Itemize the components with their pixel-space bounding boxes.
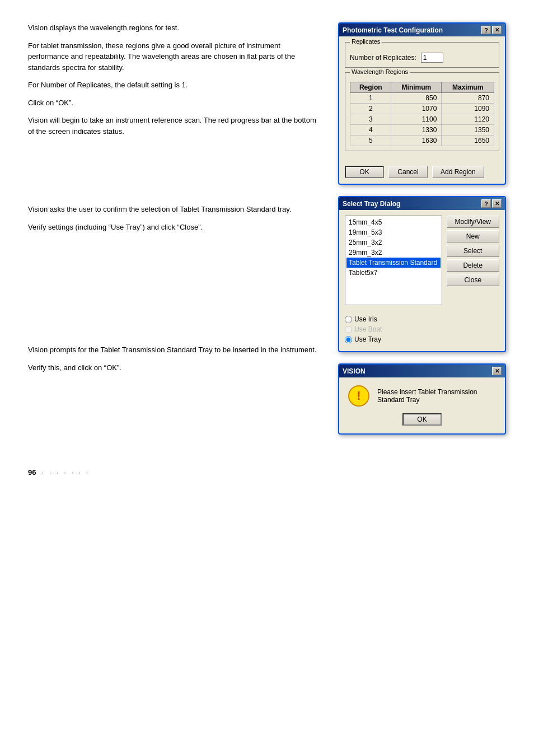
table-row: 1850870 bbox=[350, 93, 494, 104]
num-replicates-input[interactable] bbox=[421, 53, 443, 63]
wavelength-regions-label: Wavelength Regions bbox=[350, 68, 410, 75]
photometric-add-region-button[interactable]: Add Region bbox=[432, 166, 484, 178]
tray-dialog: Select Tray Dialog ? ✕ 15mm_4x5 19mm_5x3… bbox=[338, 196, 506, 352]
paragraph-1: Vision displays the wavelength regions f… bbox=[28, 22, 321, 34]
table-row: 516301650 bbox=[350, 136, 494, 146]
radio-boat-label: Use Boat bbox=[354, 325, 382, 333]
col-maximum: Maximum bbox=[442, 82, 494, 93]
tray-close-button[interactable]: ✕ bbox=[492, 199, 502, 208]
vision-dialog: VISION ✕ ! Please insert Tablet Transmis… bbox=[338, 363, 506, 435]
num-replicates-label: Number of Replicates: bbox=[350, 54, 416, 62]
modify-view-button[interactable]: Modify/View bbox=[447, 216, 499, 228]
paragraph-9: Verify this, and click on “OK”. bbox=[28, 362, 321, 374]
vision-message-row: ! Please insert Tablet Transmission Stan… bbox=[348, 385, 496, 407]
select-button[interactable]: Select bbox=[447, 245, 499, 257]
paragraph-5: Vision will begin to take an instrument … bbox=[28, 115, 321, 137]
delete-button[interactable]: Delete bbox=[447, 259, 499, 272]
paragraph-4: Click on “OK”. bbox=[28, 97, 321, 109]
page-dots: · · · · · · · bbox=[41, 468, 90, 477]
tray-action-buttons: Modify/View New Select Delete Close bbox=[447, 216, 499, 305]
col-region: Region bbox=[350, 82, 391, 93]
list-item[interactable]: 29mm_3x2 bbox=[346, 248, 441, 258]
table-row: 210701090 bbox=[350, 104, 494, 114]
table-row: 311001120 bbox=[350, 114, 494, 125]
radio-tray-input[interactable] bbox=[345, 336, 352, 343]
radio-group: Use Iris Use Boat Use Tray bbox=[339, 315, 505, 351]
photometric-ok-button[interactable]: OK bbox=[345, 166, 384, 178]
paragraph-6: Vision asks the user to confirm the sele… bbox=[28, 204, 321, 215]
paragraph-3: For Number of Replicates, the default se… bbox=[28, 80, 321, 91]
radio-iris-label: Use Iris bbox=[354, 315, 377, 323]
replicates-label: Replicates bbox=[350, 38, 382, 45]
photometric-titlebar: Photometric Test Configuration ? ✕ bbox=[339, 24, 505, 36]
new-button[interactable]: New bbox=[447, 230, 499, 242]
photometric-help-button[interactable]: ? bbox=[481, 26, 491, 34]
paragraph-2: For tablet transmission, these regions g… bbox=[28, 40, 321, 73]
vision-close-button[interactable]: ✕ bbox=[492, 367, 502, 375]
replicates-group: Replicates Number of Replicates: bbox=[345, 42, 499, 68]
list-item-selected[interactable]: Tablet Transmission Standard bbox=[346, 258, 441, 268]
warning-icon: ! bbox=[348, 385, 369, 407]
wavelength-regions-group: Wavelength Regions Region Minimum Maximu… bbox=[345, 72, 499, 151]
table-row: 413301350 bbox=[350, 125, 494, 136]
list-item[interactable]: 15mm_4x5 bbox=[346, 217, 441, 227]
vision-ok-button[interactable]: OK bbox=[402, 413, 442, 426]
vision-titlebar: VISION ✕ bbox=[339, 365, 505, 377]
photometric-title: Photometric Test Configuration bbox=[343, 26, 481, 34]
tray-title: Select Tray Dialog bbox=[343, 200, 481, 208]
tray-close-action-button[interactable]: Close bbox=[447, 274, 499, 286]
radio-use-boat[interactable]: Use Boat bbox=[345, 325, 499, 333]
photometric-cancel-button[interactable]: Cancel bbox=[388, 166, 428, 178]
tray-help-button[interactable]: ? bbox=[481, 199, 491, 208]
tray-titlebar: Select Tray Dialog ? ✕ bbox=[339, 197, 505, 210]
radio-iris-input[interactable] bbox=[345, 316, 352, 323]
wavelength-table: Region Minimum Maximum 18508702107010903… bbox=[350, 82, 494, 146]
page-footer: 96 · · · · · · · bbox=[28, 468, 506, 477]
photometric-close-button[interactable]: ✕ bbox=[492, 26, 502, 34]
vision-message: Please insert Tablet Transmission Standa… bbox=[377, 388, 496, 404]
paragraph-8: Vision prompts for the Tablet Transmissi… bbox=[28, 344, 321, 356]
paragraph-7: Verify settings (including “Use Tray”) a… bbox=[28, 222, 321, 233]
photometric-button-row: OK Cancel Add Region bbox=[339, 161, 505, 184]
vision-title: VISION bbox=[343, 367, 492, 375]
photometric-dialog: Photometric Test Configuration ? ✕ Repli… bbox=[338, 22, 506, 185]
page-number: 96 bbox=[28, 468, 36, 477]
radio-use-iris[interactable]: Use Iris bbox=[345, 315, 499, 323]
radio-boat-input[interactable] bbox=[345, 326, 352, 333]
radio-tray-label: Use Tray bbox=[354, 335, 381, 343]
tray-list[interactable]: 15mm_4x5 19mm_5x3 25mm_3x2 29mm_3x2 Tabl… bbox=[345, 216, 442, 305]
list-item[interactable]: 25mm_3x2 bbox=[346, 237, 441, 248]
list-item[interactable]: Tablet5x7 bbox=[346, 268, 441, 278]
col-minimum: Minimum bbox=[391, 82, 442, 93]
radio-use-tray[interactable]: Use Tray bbox=[345, 335, 499, 343]
vision-body: ! Please insert Tablet Transmission Stan… bbox=[339, 377, 505, 433]
list-item[interactable]: 19mm_5x3 bbox=[346, 227, 441, 237]
